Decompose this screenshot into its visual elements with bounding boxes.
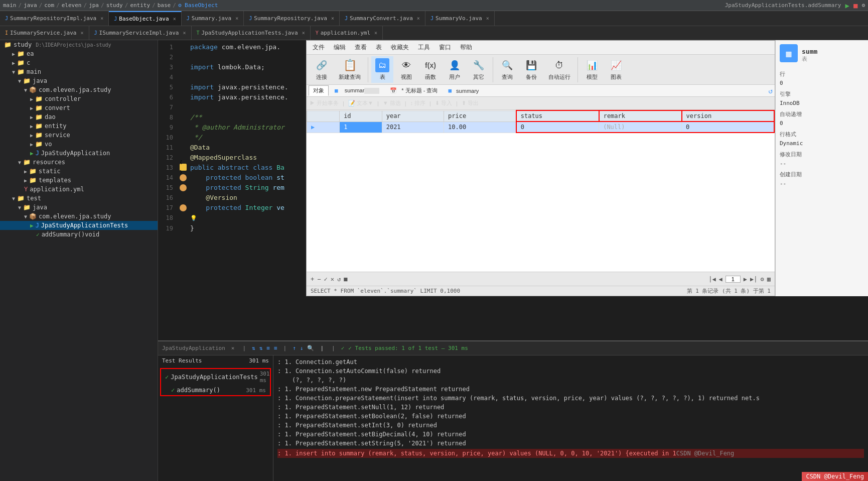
tool-function[interactable]: f(x) 函数	[419, 56, 442, 83]
sidebar-package[interactable]: ▼ 📦 com.eleven.jpa.study	[0, 85, 158, 94]
sidebar-entity[interactable]: ▶ 📁 entity	[0, 122, 158, 131]
tab-isummaryservice[interactable]: I ISummaryService.java ×	[0, 26, 89, 40]
search-run-icon[interactable]: 🔍	[307, 345, 314, 351]
menu-favorites[interactable]: 收藏夹	[387, 42, 413, 53]
menu-help[interactable]: 帮助	[456, 42, 476, 53]
tool-user[interactable]: 👤 用户	[444, 56, 466, 83]
up-icon[interactable]: ↑	[293, 345, 296, 351]
page-settings-icon[interactable]: ⚙	[761, 276, 764, 283]
col-header-version[interactable]: version	[682, 110, 774, 122]
toolbar-export[interactable]: ⬆ 导出	[462, 99, 479, 107]
page-cancel-icon[interactable]: ✕	[331, 276, 334, 283]
tab-close-summary-icon[interactable]: ×	[235, 16, 238, 21]
page-prev-icon[interactable]: ◀	[719, 276, 722, 283]
cell-status[interactable]: 0	[516, 122, 599, 133]
sidebar-c[interactable]: ▶ 📁 c	[0, 58, 158, 67]
sidebar-test-java[interactable]: ▼ 📁 java	[0, 203, 158, 212]
tab-baseobject[interactable]: J BaseObject.java ×	[109, 11, 181, 26]
tab-close-yml-icon[interactable]: ×	[374, 30, 377, 36]
sidebar-templates[interactable]: ▶ 📁 templates	[0, 176, 158, 185]
tab-summaryrepositoryimpl[interactable]: J SummaryRepositoryImpl.java ×	[0, 11, 109, 26]
sidebar-jpaapp[interactable]: ▶ J JpaStudyApplication	[0, 149, 158, 158]
col-header-status[interactable]: status	[516, 110, 599, 122]
toolbar-sort[interactable]: ↕ 排序	[410, 99, 426, 107]
cell-year[interactable]: 2021	[382, 122, 444, 133]
page-number-input[interactable]	[726, 276, 741, 283]
page-add-icon[interactable]: +	[311, 276, 314, 283]
tool-other[interactable]: 🔧 其它	[468, 56, 490, 83]
sidebar-service[interactable]: ▶ 📁 service	[0, 131, 158, 140]
sidebar-convert[interactable]: ▶ 📁 convert	[0, 103, 158, 112]
sort-icon[interactable]: ⇅	[252, 345, 255, 351]
tab-close-iservice-icon[interactable]: ×	[80, 30, 83, 36]
tool-autorun[interactable]: ⏱ 自动运行	[544, 56, 574, 83]
stop-icon[interactable]: ■	[853, 2, 857, 10]
test-result-method[interactable]: ✓ addSummary() 301 ms	[161, 385, 270, 395]
tab-close-vo-icon[interactable]: ×	[486, 16, 489, 21]
tab-close-iserviceimpl-icon[interactable]: ×	[183, 30, 186, 36]
settings-icon[interactable]: ⚙	[861, 2, 865, 9]
page-next-icon[interactable]: ▶	[744, 276, 747, 283]
table-row[interactable]: ▶ 1 2021 10.00 0 (Null) 0	[307, 122, 775, 133]
menu-table[interactable]: 表	[372, 42, 386, 53]
col-header-year[interactable]: year	[382, 110, 444, 122]
menu-view[interactable]: 查看	[351, 42, 371, 53]
run-icon[interactable]: ▶	[845, 2, 849, 10]
test-result-app[interactable]: ✓ JpaStudyApplicationTests 301 ms	[161, 369, 270, 385]
page-first-icon[interactable]: |◀	[708, 276, 715, 283]
tab-close-active-icon[interactable]: ×	[173, 16, 176, 22]
align-icon[interactable]: ≡	[266, 345, 270, 351]
tab-summary[interactable]: J Summary.java ×	[182, 11, 244, 26]
tab-jpatests[interactable]: T JpaStudyApplicationTests.java ×	[192, 26, 311, 40]
tool-table[interactable]: 🗂 表	[371, 56, 393, 83]
tab-close-jpatests-icon[interactable]: ×	[302, 30, 305, 36]
subtab-summary[interactable]: summary	[452, 86, 483, 95]
toolbar-filter[interactable]: ▼ 筛选	[383, 99, 401, 107]
sidebar-test-package[interactable]: ▼ 📦 com.eleven.jpa.study	[0, 212, 158, 221]
sidebar-vo[interactable]: ▶ 📁 vo	[0, 140, 158, 149]
page-check-icon[interactable]: ✓	[324, 276, 327, 283]
page-refresh-icon[interactable]: ↺	[337, 276, 341, 283]
tab-summaryrepository[interactable]: J SummaryRepository.java ×	[244, 11, 340, 26]
cell-remark[interactable]: (Null)	[599, 122, 682, 133]
toolbar-import[interactable]: ⬇ 导入	[435, 99, 452, 107]
tool-chart[interactable]: 📈 图表	[605, 56, 627, 83]
cell-price[interactable]: 10.00	[444, 122, 516, 133]
tab-close-icon[interactable]: ×	[100, 16, 103, 21]
tab-isummaryserviceimpl[interactable]: J ISummaryServiceImpl.java ×	[89, 26, 192, 40]
toolbar-text[interactable]: 📝 文本▼	[348, 99, 373, 107]
tool-connect[interactable]: 🔗 连接	[311, 56, 333, 83]
tool-newquery[interactable]: 📋 新建查询	[335, 56, 365, 83]
col-header-id[interactable]: id	[340, 110, 382, 122]
tool-backup[interactable]: 💾 备份	[520, 56, 542, 83]
page-stop-icon[interactable]: ■	[344, 276, 347, 283]
col-header-price[interactable]: price	[444, 110, 516, 122]
sidebar-controller[interactable]: ▶ 📁 controller	[0, 94, 158, 103]
tab-summaryvo[interactable]: J SummaryVo.java ×	[425, 11, 495, 26]
sidebar-appyml[interactable]: Y application.yml	[0, 185, 158, 194]
sidebar-addsummary[interactable]: ✓ addSummary()void	[0, 230, 158, 239]
down-icon[interactable]: ↓	[300, 345, 304, 351]
sidebar-java[interactable]: ▼ 📁 java	[0, 76, 158, 85]
tool-view[interactable]: 👁 视图	[395, 56, 417, 83]
menu-edit[interactable]: 编辑	[330, 42, 350, 53]
tool-model[interactable]: 📊 模型	[581, 56, 603, 83]
cell-version[interactable]: 0	[682, 122, 774, 133]
tab-close-repo-icon[interactable]: ×	[331, 16, 334, 21]
subtab-query[interactable]: summar	[340, 86, 384, 95]
sidebar-main[interactable]: ▼ 📁 main	[0, 67, 158, 76]
subtab-refresh-icon[interactable]: ↺	[769, 87, 773, 95]
menu-file[interactable]: 文件	[309, 42, 329, 53]
align2-icon[interactable]: ≡	[274, 345, 277, 351]
tab-close-convert-icon[interactable]: ×	[417, 16, 420, 21]
tab-appyml[interactable]: Y application.yml ×	[311, 26, 383, 40]
subtab-notitle[interactable]: * 无标题 - 查询	[397, 85, 442, 96]
sidebar-resources[interactable]: ▼ 📁 resources	[0, 158, 158, 167]
toolbar-start-tx[interactable]: ▶ 开始事务	[310, 99, 339, 107]
subtab-object[interactable]: 对象	[309, 85, 329, 96]
sidebar-ea[interactable]: ▶ 📁 ea	[0, 49, 158, 58]
menu-window[interactable]: 窗口	[435, 42, 455, 53]
tab-summaryconvert[interactable]: J SummaryConvert.java ×	[340, 11, 425, 26]
cell-id[interactable]: 1	[340, 122, 382, 133]
sidebar-dao[interactable]: ▶ 📁 dao	[0, 112, 158, 122]
